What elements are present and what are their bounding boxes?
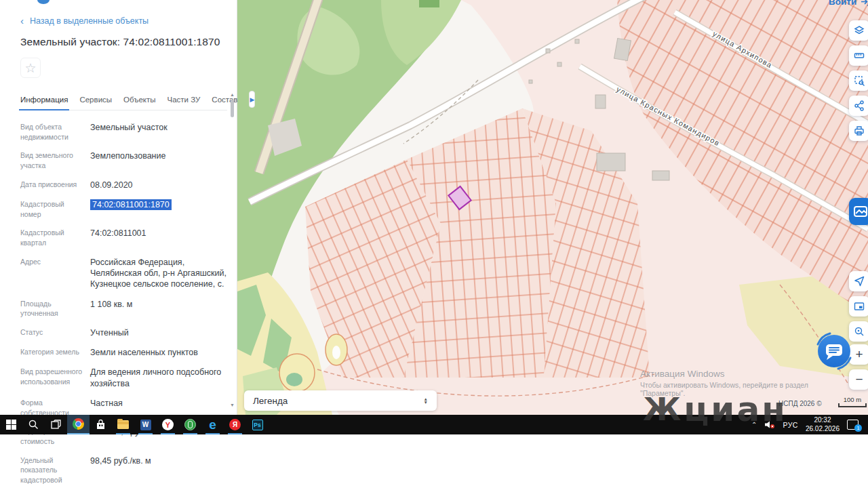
active-map-tool-icon	[854, 205, 867, 218]
printer-icon	[854, 125, 865, 136]
detail-row: Дата присвоения 08.09.2020	[20, 180, 227, 190]
taskbar-app-file-explorer[interactable]	[112, 415, 134, 434]
back-link-label: Назад в выделенные объекты	[30, 16, 149, 26]
layers-button[interactable]	[849, 20, 868, 41]
share-icon	[854, 100, 865, 111]
map-graphics: улица Архипова улица Красных Командиров	[237, 0, 868, 415]
detail-row: Вид земельного участка Землепользование	[20, 150, 227, 170]
favorite-star-button[interactable]: ☆	[20, 58, 41, 78]
search-icon	[28, 420, 39, 430]
panel-scrollbar-up-icon[interactable]: ▲	[230, 92, 235, 97]
object-info-panel: ‹ Назад в выделенные объекты Земельный у…	[0, 0, 237, 415]
2gis-icon	[184, 419, 196, 430]
selected-text-highlight: 74:02:0811001:1870	[90, 199, 172, 210]
login-arrow-icon	[861, 0, 868, 6]
map-canvas[interactable]: улица Архипова улица Красных Командиров …	[237, 0, 868, 415]
chat-bubble-icon	[812, 329, 856, 373]
detail-row: Вид объекта недвижимости Земельный участ…	[20, 122, 227, 142]
taskbar-search-button[interactable]	[22, 415, 45, 434]
active-map-tool-button[interactable]	[849, 198, 868, 225]
legend-label: Легенда	[253, 396, 288, 406]
detail-row: Площадь уточненная 1 108 кв. м	[20, 299, 227, 319]
select-area-icon	[854, 75, 865, 86]
measure-button[interactable]	[849, 45, 868, 66]
minimap-icon	[854, 301, 865, 312]
expand-collapse-icon: ▲▼	[424, 397, 428, 405]
detail-row: Удельный показатель кадастровой 98,45 ру…	[20, 455, 227, 485]
language-indicator[interactable]: РУС	[783, 421, 798, 429]
panel-scrollbar-thumb[interactable]	[231, 100, 234, 117]
layers-icon	[854, 25, 865, 36]
scale-label: 100 m	[838, 396, 867, 403]
windows-activation-watermark: Активация Windows Чтобы активировать Win…	[640, 369, 850, 397]
print-button[interactable]	[849, 121, 868, 141]
taskbar-date: 26.02.2026	[806, 425, 840, 434]
login-button[interactable]: Войти	[829, 0, 868, 7]
select-area-button[interactable]	[849, 70, 868, 91]
chat-support-button[interactable]	[812, 329, 856, 373]
tab-information[interactable]: Информация	[20, 96, 68, 104]
detail-row: Вид разрешенного использования Для веден…	[20, 367, 227, 389]
task-view-icon	[51, 420, 61, 430]
task-view-button[interactable]	[45, 415, 67, 434]
notification-badge: 1	[854, 424, 862, 432]
map-attribution: НСПД 2026 ©	[778, 400, 822, 407]
detail-row: Адрес Российская Федерация, Челябинская …	[20, 257, 227, 290]
taskbar-app-yandex[interactable]: Я	[224, 415, 246, 434]
tab-parcel-parts[interactable]: Части ЗУ	[167, 96, 201, 104]
chrome-icon	[73, 418, 84, 430]
locate-arrow-icon	[854, 276, 865, 287]
taskbar-app-word[interactable]: W	[134, 415, 157, 434]
panel-scrollbar-down-icon[interactable]: ▼	[230, 403, 235, 407]
tab-services[interactable]: Сервисы	[79, 96, 112, 104]
tab-objects[interactable]: Объекты	[123, 96, 155, 104]
taskbar-app-photoshop[interactable]: Ps	[246, 415, 269, 434]
taskbar-clock[interactable]: 20:32 26.02.2026	[806, 416, 840, 433]
tabs-scroll-right-button[interactable]: ▶	[249, 91, 255, 108]
notification-center-button[interactable]: 1	[847, 420, 859, 430]
back-link[interactable]: ‹ Назад в выделенные объекты	[20, 16, 227, 26]
legend-dropdown[interactable]: Легенда ▲▼	[244, 390, 437, 411]
detail-row: Категория земель Земли населенных пункто…	[20, 347, 227, 358]
locate-button[interactable]	[849, 271, 868, 291]
taskbar-app-store[interactable]	[90, 415, 112, 434]
share-button[interactable]	[849, 96, 868, 116]
system-tray: ⌃ РУС 20:32 26.02.2026 1	[751, 416, 868, 433]
microsoft-store-icon	[96, 420, 106, 430]
tab-bar: Информация Сервисы Объекты Части ЗУ Сост…	[20, 87, 227, 110]
map-scale: 100 m	[838, 396, 867, 407]
edge-icon: e	[209, 419, 216, 430]
windows-taskbar: W Y e Я Ps ⌃ РУС 20:32 26.02.202	[0, 415, 868, 434]
minimap-button[interactable]	[849, 296, 868, 317]
login-label: Войти	[829, 0, 856, 7]
page-title: Земельный участок: 74:02:0811001:1870	[20, 36, 227, 48]
taskbar-app-chrome[interactable]	[67, 415, 90, 434]
windows-logo-icon	[6, 420, 16, 430]
taskbar-app-yandex-browser[interactable]: Y	[157, 415, 179, 434]
back-chevron-icon: ‹	[20, 18, 24, 24]
taskbar-time: 20:32	[806, 416, 840, 425]
yandex-icon: Я	[229, 419, 241, 430]
star-icon: ☆	[24, 60, 36, 76]
start-button[interactable]	[0, 415, 22, 434]
word-icon: W	[140, 420, 151, 430]
yandex-browser-icon: Y	[162, 419, 174, 430]
detail-row: Статус Учтенный	[20, 327, 227, 338]
volume-muted-icon[interactable]	[764, 420, 775, 429]
photoshop-icon: Ps	[252, 420, 263, 430]
taskbar-app-edge[interactable]: e	[201, 415, 224, 434]
plus-icon: +	[855, 347, 863, 362]
taskbar-app-2gis[interactable]	[179, 415, 201, 434]
ruler-icon	[854, 50, 865, 61]
detail-row-cadastral-number: Кадастровый номер 74:02:0811001:1870	[20, 199, 227, 219]
detail-row: Кадастровый квартал 74:02:0811001	[20, 228, 227, 247]
minus-icon: −	[855, 372, 863, 387]
hidden-icons-chevron[interactable]: ⌃	[751, 421, 757, 428]
chevron-right-icon: ▶	[250, 96, 254, 103]
scale-line	[838, 403, 867, 407]
screen: ‹ Назад в выделенные объекты Земельный у…	[0, 0, 868, 488]
file-explorer-icon	[117, 420, 129, 429]
